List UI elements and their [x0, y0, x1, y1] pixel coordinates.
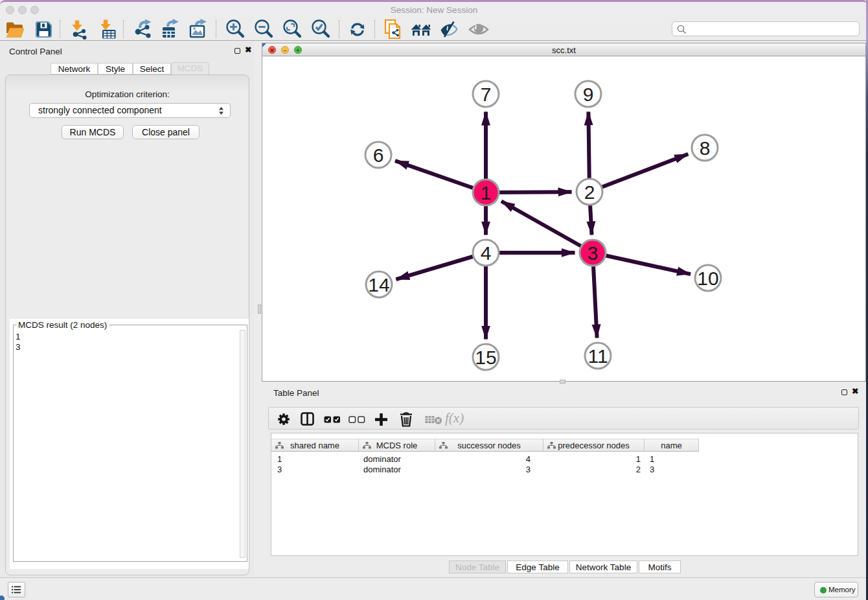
- svg-text:3: 3: [588, 242, 599, 264]
- svg-text:7: 7: [481, 84, 492, 105]
- svg-text:9: 9: [583, 84, 594, 105]
- svg-text:14: 14: [368, 274, 389, 295]
- svg-text:8: 8: [700, 137, 711, 159]
- svg-text:1: 1: [481, 182, 492, 203]
- svg-text:4: 4: [481, 242, 492, 264]
- svg-text:15: 15: [475, 347, 496, 368]
- svg-text:6: 6: [373, 144, 384, 166]
- svg-text:11: 11: [588, 345, 608, 367]
- svg-text:2: 2: [584, 181, 595, 203]
- svg-text:10: 10: [697, 268, 718, 289]
